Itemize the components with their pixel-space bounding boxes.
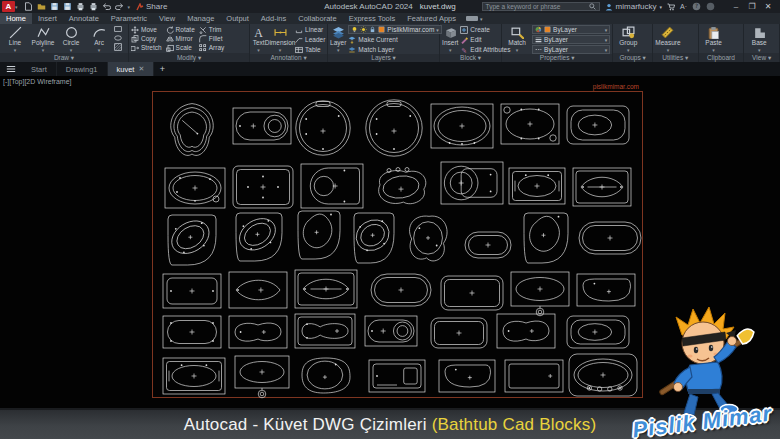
open-folder-icon[interactable] — [37, 2, 46, 11]
ribbon-display-toggle[interactable]: ▾ — [466, 13, 483, 24]
mirror-button[interactable]: Mirror — [166, 34, 195, 43]
new-file-icon[interactable] — [24, 2, 33, 11]
match-button[interactable]: Match▾ — [504, 25, 530, 53]
ribbon-tab-insert[interactable]: Insert — [32, 13, 63, 24]
panel-label-properties[interactable]: Properties ▾ — [502, 54, 612, 62]
rotate-button[interactable]: Rotate — [166, 25, 195, 34]
lock-icon — [369, 26, 376, 33]
minimize-button[interactable]: – — [728, 2, 744, 11]
scale-button[interactable]: Scale — [166, 43, 195, 52]
leader-button[interactable]: Leader — [295, 35, 325, 44]
share-button[interactable]: Share — [136, 2, 167, 11]
copy-button[interactable]: Copy — [131, 34, 162, 43]
file-tab-kuvet[interactable]: kuvet✕ — [108, 62, 155, 76]
autocad-app-logo-icon[interactable]: A — [2, 1, 15, 12]
panel-label-clipboard[interactable]: Clipboard — [699, 53, 744, 62]
trim-button[interactable]: Trim — [199, 25, 225, 34]
layer-select[interactable]: PislikMimar.com▾ — [348, 25, 441, 34]
file-tabs-menu-icon[interactable] — [0, 62, 22, 76]
linear-button[interactable]: Linear — [295, 25, 325, 34]
ribbon-panel-properties: Match▾ ByLayer▾ ByLayer▾ ByLayer▾Propert… — [502, 24, 613, 62]
plot-icon[interactable] — [76, 2, 85, 11]
rect-tool-icon[interactable] — [114, 25, 122, 33]
visual-style-control[interactable]: [2D Wireframe] — [24, 78, 71, 85]
save-as-icon[interactable] — [63, 2, 72, 11]
ribbon-tab-home[interactable]: Home — [0, 13, 32, 24]
dimension-button[interactable]: Dimension▾ — [267, 25, 293, 53]
insert-icon — [444, 26, 457, 39]
make-current-button[interactable]: Make Current — [348, 35, 441, 44]
ellipse-tool-icon[interactable] — [114, 34, 122, 42]
insert-button[interactable]: Insert▾ — [442, 25, 458, 53]
help-icon[interactable]: ? — [692, 2, 701, 11]
viewport-controls: [-][Top][2D Wireframe] — [3, 78, 71, 85]
linetype-select[interactable]: ByLayer▾ — [532, 45, 610, 54]
move-button[interactable]: Move — [131, 25, 162, 34]
panel-label-draw[interactable]: Draw ▾ — [0, 53, 128, 62]
save-icon[interactable] — [50, 2, 59, 11]
search-icon[interactable] — [589, 3, 596, 10]
bathtub-block-rndplain — [431, 318, 487, 348]
ribbon-tab-featured-apps[interactable]: Featured Apps — [401, 13, 462, 24]
editattr-icon: ✎ — [460, 46, 468, 54]
user-account-button[interactable]: mimarfucky ▾ — [605, 2, 662, 11]
paste-button[interactable]: Paste▾ — [701, 25, 727, 53]
fillet-button[interactable]: Fillet — [199, 34, 225, 43]
share-icon — [136, 3, 144, 11]
panel-label-modify[interactable]: Modify ▾ — [129, 53, 249, 62]
bathtub-block-cordiag — [350, 213, 394, 263]
bathtub-block-cordiag — [166, 214, 216, 265]
object-color-select[interactable]: ByLayer▾ — [532, 25, 610, 34]
group-button[interactable]: Group▾ — [615, 25, 641, 53]
ribbon-tab-parametric[interactable]: Parametric — [105, 13, 153, 24]
maximize-button[interactable]: ❐ — [744, 2, 760, 11]
notification-icon[interactable] — [706, 2, 715, 11]
search-input[interactable]: Type a keyword or phrase — [482, 2, 600, 11]
close-tab-icon[interactable]: ✕ — [138, 65, 144, 73]
redo-icon[interactable] — [115, 2, 124, 11]
panel-label-view[interactable]: View ▾ — [744, 53, 779, 62]
stretch-button[interactable]: Stretch — [131, 43, 162, 52]
ribbon-tab-express-tools[interactable]: Express Tools — [343, 13, 402, 24]
new-tab-button[interactable]: + — [154, 62, 170, 76]
undo-icon[interactable] — [102, 2, 111, 11]
view-control[interactable]: [Top] — [9, 78, 24, 85]
lineweight-select[interactable]: ByLayer▾ — [532, 35, 610, 44]
line-button[interactable]: Line▾ — [2, 25, 28, 53]
panel-label-utilities[interactable]: Utilities ▾ — [653, 53, 698, 62]
panel-label-annotation[interactable]: Annotation ▾ — [250, 54, 327, 62]
color-swatch — [544, 26, 551, 33]
hatch-tool-icon[interactable] — [114, 43, 122, 51]
arc-button[interactable]: Arc▾ — [86, 25, 112, 53]
panel-label-groups[interactable]: Groups ▾ — [613, 53, 652, 62]
polyline-button[interactable]: Polyline▾ — [30, 25, 56, 53]
layer-button[interactable]: Layer▾ — [330, 25, 346, 53]
measure-button[interactable]: Measure▾ — [655, 25, 681, 53]
ribbon-tab-annotate[interactable]: Annotate — [63, 13, 105, 24]
customize-icon[interactable]: ▾ — [128, 4, 131, 10]
panel-label-layers[interactable]: Layers ▾ — [328, 54, 439, 62]
close-button[interactable]: ✕ — [760, 2, 776, 11]
autodesk-apps-icon[interactable]: A· — [680, 3, 687, 10]
ribbon-tab-output[interactable]: Output — [220, 13, 255, 24]
print-icon[interactable] — [89, 2, 98, 11]
table-button[interactable]: Table — [295, 45, 325, 54]
app-store-cart-icon[interactable] — [667, 3, 675, 11]
ribbon-tab-manage[interactable]: Manage — [181, 13, 220, 24]
ribbon-tab-collaborate[interactable]: Collaborate — [292, 13, 342, 24]
ribbon-tab-add-ins[interactable]: Add-ins — [255, 13, 292, 24]
file-tab-drawing1[interactable]: Drawing1 — [57, 62, 108, 76]
text-button[interactable]: A Text▾ — [252, 25, 265, 53]
ribbon-tab-view[interactable]: View — [153, 13, 181, 24]
base-button[interactable]: Base▾ — [746, 25, 772, 53]
file-tab-start[interactable]: Start — [22, 62, 57, 76]
circle-button[interactable]: Circle▾ — [58, 25, 84, 53]
panel-label-block[interactable]: Block ▾ — [440, 54, 501, 62]
bathtub-block-rwavy — [229, 316, 287, 348]
user-menu-arrow-icon[interactable]: ▾ — [659, 4, 662, 10]
svg-text:✎: ✎ — [462, 46, 468, 53]
match-layer-button[interactable]: Match Layer — [348, 45, 441, 54]
array-button[interactable]: Array — [199, 43, 225, 52]
bathtub-block-rdet2 — [573, 168, 631, 206]
app-menu-arrow-icon[interactable]: ▾ — [15, 4, 18, 10]
